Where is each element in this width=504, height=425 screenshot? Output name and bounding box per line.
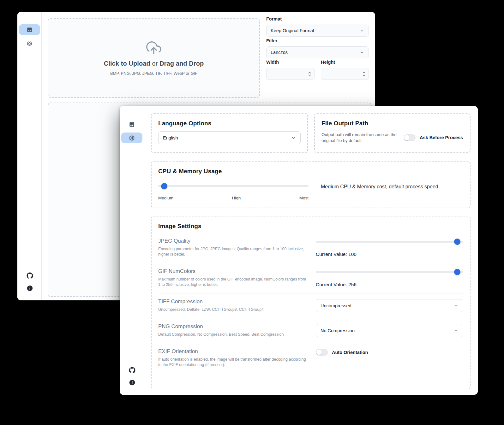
language-select[interactable]: English (158, 131, 301, 144)
sidebar (17, 12, 42, 300)
setting-row-gif-numcolors: GIF NumColors Maximum number of colors u… (158, 263, 463, 293)
tick-most: Most (299, 196, 309, 200)
about-button[interactable] (26, 285, 33, 292)
setting-name: TIFF Compression (158, 298, 306, 305)
width-input[interactable] (271, 71, 308, 76)
cpu-memory-slider[interactable] (158, 183, 309, 189)
filter-select-value: Lanczos (271, 50, 288, 55)
setting-description: Default Compression, No Compression, Bes… (158, 332, 306, 337)
file-output-path-panel: File Output Path Output path will remain… (314, 113, 471, 153)
chevron-down-icon (360, 50, 364, 55)
info-icon (27, 285, 33, 292)
gif-numcolors-slider[interactable] (316, 269, 463, 275)
desktop-background: Click to Upload or Drag and Drop BMP, PN… (0, 0, 504, 425)
image-icon (27, 27, 33, 33)
tiff-compression-value: Uncompressed (321, 303, 351, 308)
upload-title-drag: Drag and Drop (159, 60, 204, 67)
slider-track[interactable] (316, 271, 463, 273)
gear-icon (129, 135, 135, 141)
chevron-down-icon (360, 28, 364, 33)
setting-description: If auto orientation is enabled, the imag… (158, 357, 306, 368)
about-button[interactable] (129, 379, 135, 386)
setting-row-exif-orientation: EXIF Orientation If auto orientation is … (158, 343, 463, 373)
setting-row-jpeg-quality: JPEG Quality Encoding parameter for JPG,… (158, 233, 463, 263)
chevron-down-icon (453, 303, 459, 308)
setting-name: PNG Compression (158, 323, 306, 330)
github-link[interactable] (26, 272, 33, 279)
format-select-value: Keep Original Format (271, 28, 314, 33)
chevron-down-icon (453, 328, 459, 333)
slider-thumb[interactable] (454, 269, 460, 275)
auto-orientation-toggle[interactable] (316, 349, 328, 356)
github-icon (129, 367, 135, 374)
file-output-path-title: File Output Path (321, 120, 463, 127)
filter-select[interactable]: Lanczos (266, 46, 369, 58)
setting-name: EXIF Orientation (158, 348, 306, 355)
upload-title-click: Click to Upload (104, 60, 150, 67)
settings-window: Language Options English File Output Pat… (120, 106, 478, 395)
setting-name: JPEG Quality (158, 238, 306, 244)
upload-title-or: or (150, 60, 159, 67)
setting-name: GIF NumColors (158, 268, 306, 274)
upload-supported-formats: BMP, PNG, JPG, JPEG, TIF, TIFF, WebP or … (110, 71, 197, 76)
cpu-slider-ticks: Medium High Most (158, 196, 309, 200)
setting-row-tiff-compression: TIFF Compression Uncompressed, Deflate, … (158, 293, 463, 318)
format-select[interactable]: Keep Original Format (266, 25, 369, 37)
setting-description: Maximum number of colors used in the GIF… (158, 277, 306, 287)
format-label: Format (266, 16, 282, 21)
gif-numcolors-value: Current Value: 256 (316, 282, 463, 287)
sidebar-item-images[interactable] (121, 119, 142, 130)
image-settings-panel: Image Settings JPEG Quality Encoding par… (151, 216, 471, 389)
png-compression-value: No Compression (321, 328, 355, 333)
upload-title: Click to Upload or Drag and Drop (104, 60, 204, 67)
setting-description: Uncompressed, Deflate, LZW, CCITTGroup3,… (158, 307, 306, 312)
jpeg-quality-value: Current Value: 100 (316, 251, 463, 257)
sidebar-item-settings[interactable] (19, 38, 40, 49)
jpeg-quality-slider[interactable] (316, 239, 463, 245)
sidebar-item-settings[interactable] (121, 133, 142, 143)
tiff-compression-select[interactable]: Uncompressed (316, 299, 463, 312)
stepper-icon[interactable] (308, 71, 311, 77)
tick-high: High (232, 196, 241, 200)
sidebar-item-images[interactable] (19, 24, 40, 35)
height-label: Height (321, 60, 335, 65)
stepper-icon[interactable] (362, 71, 366, 77)
png-compression-select[interactable]: No Compression (316, 324, 463, 337)
slider-thumb[interactable] (161, 183, 167, 189)
height-input[interactable] (325, 71, 362, 76)
ask-before-process-label: Ask Before Process (420, 135, 463, 140)
chevron-down-icon (291, 135, 296, 140)
slider-track[interactable] (316, 241, 463, 243)
image-icon (129, 121, 135, 127)
cpu-status-text: Medium CPU & Memory cost, default proces… (321, 184, 440, 190)
github-link[interactable] (129, 367, 135, 374)
ask-before-process-toggle[interactable] (404, 134, 416, 141)
gear-icon (27, 40, 33, 46)
filter-label: Filter (266, 38, 277, 43)
width-stepper (266, 68, 315, 80)
tick-medium: Medium (158, 196, 173, 200)
language-options-panel: Language Options English (151, 113, 308, 153)
image-settings-title: Image Settings (158, 223, 463, 230)
language-select-value: English (163, 135, 178, 140)
width-label: Width (266, 60, 279, 65)
upload-dropzone[interactable]: Click to Upload or Drag and Drop BMP, PN… (48, 18, 260, 98)
upload-cloud-icon (146, 40, 161, 56)
info-icon (129, 379, 135, 386)
setting-row-png-compression: PNG Compression Default Compression, No … (158, 318, 463, 343)
slider-thumb[interactable] (454, 239, 460, 245)
slider-track[interactable] (158, 185, 309, 187)
sidebar (120, 106, 144, 395)
height-stepper (321, 68, 369, 80)
setting-description: Encoding parameter for JPG, JPEG images.… (158, 246, 306, 257)
github-icon (27, 272, 33, 279)
auto-orientation-label: Auto Orientation (332, 350, 368, 355)
cpu-memory-title: CPU & Memory Usage (158, 168, 463, 175)
language-options-title: Language Options (158, 120, 301, 127)
output-path-description: Output path will remain the same as the … (321, 132, 397, 144)
cpu-memory-panel: CPU & Memory Usage Medium High Most Medi… (151, 161, 471, 208)
